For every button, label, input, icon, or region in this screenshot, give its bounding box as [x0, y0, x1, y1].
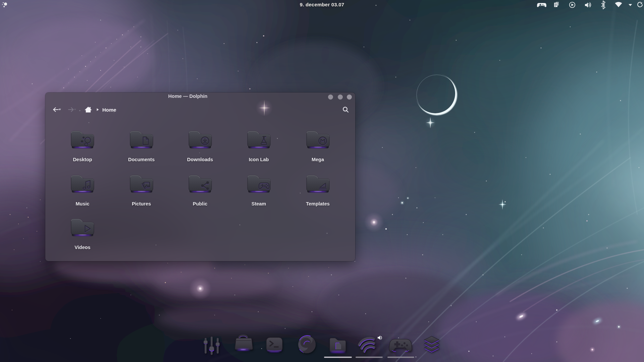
svg-text:Home: Home [102, 107, 116, 113]
